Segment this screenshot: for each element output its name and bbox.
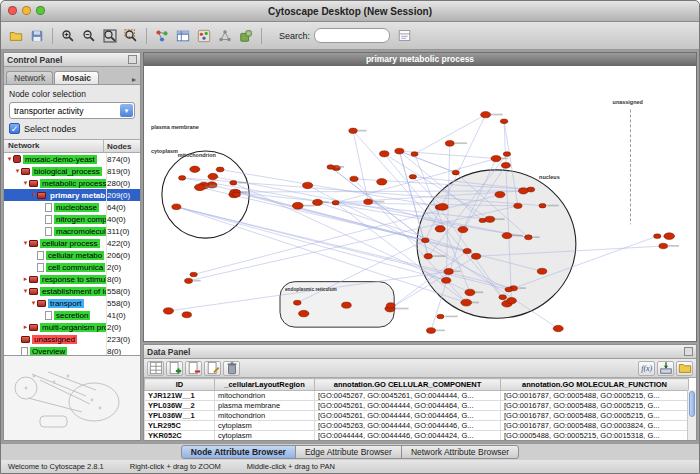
network-node[interactable] [500, 119, 508, 124]
data-panel-float-icon[interactable] [684, 347, 693, 356]
network-node[interactable] [525, 235, 533, 240]
table-row[interactable]: YPL036W__1mitochondrion[GO:0045261, GO:0… [145, 411, 689, 421]
network-frame-titlebar[interactable]: primary metabolic process [144, 53, 696, 66]
network-node[interactable] [185, 278, 193, 283]
network-node[interactable] [364, 199, 373, 205]
network-node[interactable] [377, 179, 387, 186]
network-node[interactable] [350, 176, 358, 181]
tree-column-network[interactable]: Network [4, 140, 104, 152]
tab-network[interactable]: Network [6, 71, 53, 84]
window-titlebar[interactable]: Cytoscape Desktop (New Session) [1, 1, 699, 22]
import-attributes-icon[interactable] [657, 361, 674, 376]
network-node[interactable] [518, 188, 528, 194]
tree-column-nodes[interactable]: Nodes [104, 142, 140, 151]
network-node[interactable] [292, 202, 303, 209]
table-cell[interactable]: YKR052C [145, 431, 215, 441]
formula-builder-icon[interactable]: f(x) [638, 361, 655, 376]
network-node[interactable] [461, 299, 472, 306]
network-node[interactable] [179, 176, 186, 181]
network-node[interactable] [426, 328, 435, 334]
table-cell[interactable]: plasma membrane [215, 401, 315, 411]
search-input[interactable] [314, 28, 390, 43]
tab-network-attribute-browser[interactable]: Network Attribute Browser [401, 445, 519, 459]
network-node[interactable] [444, 268, 453, 274]
import-table-icon[interactable] [173, 26, 193, 46]
network-node[interactable] [395, 148, 404, 154]
table-scrollbar-thumb[interactable] [689, 391, 695, 417]
network-node[interactable] [458, 226, 468, 232]
tree-row-primary-metab[interactable]: ▾primary metab209(0) [4, 189, 140, 201]
create-attribute-icon[interactable] [166, 361, 183, 376]
table-cell[interactable]: [GO:0016787, GO:0005488, GO:0005215, G..… [501, 391, 689, 401]
tree-row-overview[interactable]: Overview8(0) [4, 345, 140, 355]
tree-row-multi-organism-pro[interactable]: ▸multi-organism pro2(0) [4, 321, 140, 333]
table-cell[interactable]: mitochondrion [215, 411, 315, 421]
tree-row-biological-process[interactable]: ▾biological_process819(0) [4, 165, 140, 177]
network-node[interactable] [230, 181, 237, 186]
vizmapper-icon[interactable] [194, 26, 214, 46]
table-cell[interactable]: YLR295C [145, 421, 215, 431]
network-node[interactable] [471, 253, 480, 259]
tree-expander-icon[interactable]: ▾ [22, 287, 29, 295]
tree-expander-icon[interactable]: ▸ [22, 275, 29, 283]
tree-row-cellular-process[interactable]: ▾cellular process422(0) [4, 237, 140, 249]
tree-row-transport[interactable]: ▾transport558(0) [4, 297, 140, 309]
network-node[interactable] [463, 249, 471, 254]
table-cell[interactable]: [GO:0016787, GO:0005488, GO:0005215, G..… [501, 411, 689, 421]
zoom-out-icon[interactable] [79, 26, 99, 46]
network-node[interactable] [208, 173, 218, 179]
zoom-window-button[interactable] [36, 6, 45, 15]
network-node[interactable] [514, 203, 522, 208]
table-cell[interactable]: [GO:0044444, GO:0044446, GO:0044424, G..… [315, 431, 501, 441]
network-node[interactable] [194, 184, 205, 191]
delete-attribute-icon[interactable] [185, 361, 202, 376]
table-cell[interactable]: mitochondrion [215, 391, 315, 401]
table-scrollbar[interactable] [687, 390, 696, 440]
control-panel-float-icon[interactable] [128, 55, 137, 64]
network-edge[interactable] [399, 151, 455, 173]
tab-scroll-right-icon[interactable]: ▸ [130, 75, 138, 84]
trash-icon[interactable] [223, 361, 240, 376]
tree-row-unassigned[interactable]: unassigned223(0) [4, 333, 140, 345]
zoom-in-icon[interactable] [58, 26, 78, 46]
tree-expander-icon[interactable]: ▾ [14, 167, 21, 175]
tree-row-mosaic-demo-yeast[interactable]: ▾mosaic-demo-yeast874(0) [4, 153, 140, 165]
network-node[interactable] [293, 300, 301, 305]
network-node[interactable] [501, 162, 510, 168]
table-cell[interactable]: YJR121W__1 [145, 391, 215, 401]
network-node[interactable] [349, 128, 358, 133]
zoom-fit-icon[interactable] [100, 26, 120, 46]
network-node[interactable] [386, 303, 395, 309]
table-row[interactable]: YPL036W__2plasma membrane[GO:0045261, GO… [145, 401, 689, 411]
network-node[interactable] [216, 167, 224, 172]
plugins-icon[interactable] [236, 26, 256, 46]
network-node[interactable] [539, 203, 546, 208]
column-header-annotation-go-molecular-function[interactable]: annotation.GO MOLECULAR_FUNCTION [501, 379, 689, 391]
table-cell[interactable]: [GO:0045261, GO:0044444, GO:0044464, G..… [315, 411, 501, 421]
network-overview-thumbnail[interactable] [4, 355, 140, 440]
select-attributes-icon[interactable] [147, 361, 164, 376]
network-node[interactable] [435, 226, 445, 233]
network-node[interactable] [233, 192, 241, 197]
open-folder-icon[interactable] [676, 361, 693, 376]
network-node[interactable] [537, 268, 547, 274]
select-nodes-checkbox[interactable]: ✓ [9, 123, 20, 134]
network-node[interactable] [298, 310, 309, 317]
table-cell[interactable]: [GO:0045267, GO:0045261, GO:0044444, G..… [315, 391, 501, 401]
color-attribute-dropdown[interactable]: transporter activity ▾ [9, 102, 135, 119]
network-node[interactable] [327, 165, 334, 170]
network-node[interactable] [182, 312, 192, 318]
table-cell[interactable]: cytoplasm [215, 431, 315, 441]
tree-row-macromolecule[interactable]: macromolecule311(0) [4, 225, 140, 237]
column-header-annotation-go-cellular-component[interactable]: annotation.GO CELLULAR_COMPONENT [315, 379, 501, 391]
table-cell[interactable]: [GO:0005488, GO:0005215, GO:0015318, G..… [501, 431, 689, 441]
network-node[interactable] [302, 182, 312, 189]
tree-row-establishment-of-lo[interactable]: ▾establishment of lo558(0) [4, 285, 140, 297]
tree-expander-icon[interactable]: ▾ [30, 191, 37, 199]
open-session-icon[interactable] [6, 26, 26, 46]
zoom-region-icon[interactable] [121, 26, 141, 46]
table-cell[interactable]: YPL036W__1 [145, 411, 215, 421]
tree-row-secretion[interactable]: secretion41(0) [4, 309, 140, 321]
network-node[interactable] [190, 166, 200, 172]
network-node[interactable] [332, 200, 339, 205]
